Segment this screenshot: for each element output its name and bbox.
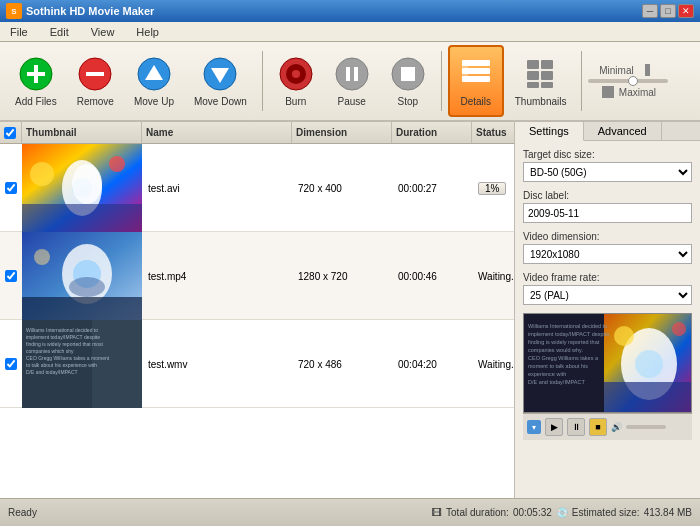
status-ready: Ready	[8, 507, 416, 518]
row-2-check[interactable]	[0, 270, 22, 282]
estimated-size-label: Estimated size:	[572, 507, 640, 518]
stop-button[interactable]: Stop	[381, 45, 435, 117]
video-framerate-select[interactable]: 25 (PAL)	[523, 285, 692, 305]
disc-label-group: Disc label:	[523, 190, 692, 223]
panel-content: Target disc size: BD-50 (50G) Disc label…	[515, 141, 700, 498]
svg-point-31	[72, 178, 92, 198]
disc-label-input[interactable]	[523, 203, 692, 223]
video-framerate-group: Video frame rate: 25 (PAL)	[523, 272, 692, 305]
add-files-icon	[18, 56, 54, 92]
app-title: Sothink HD Movie Maker	[26, 5, 154, 17]
minimal-label: Minimal	[599, 65, 633, 76]
svg-rect-28	[602, 86, 614, 98]
title-bar: S Sothink HD Movie Maker ─ □ ✕	[0, 0, 700, 22]
svg-text:Williams International decided: Williams International decided to	[528, 323, 607, 329]
move-down-icon	[202, 56, 238, 92]
table-row[interactable]: Williams International decided to implem…	[0, 320, 514, 408]
panel-tabs: Settings Advanced	[515, 122, 700, 141]
pause-button[interactable]: Pause	[325, 45, 379, 117]
zoom-slider[interactable]	[588, 79, 668, 83]
minimize-button[interactable]: ─	[642, 4, 658, 18]
details-button[interactable]: Details	[448, 45, 504, 117]
col-duration-header: Duration	[392, 122, 472, 143]
menu-edit[interactable]: Edit	[44, 25, 75, 39]
tab-advanced[interactable]: Advanced	[584, 122, 662, 140]
svg-text:companies which shy: companies which shy	[26, 348, 74, 354]
row-2-duration: 00:00:46	[392, 271, 472, 282]
table-row[interactable]: test.mp4 1280 x 720 00:00:46 Waiting...	[0, 232, 514, 320]
menu-file[interactable]: File	[4, 25, 34, 39]
remove-icon	[77, 56, 113, 92]
col-dimension-header: Dimension	[292, 122, 392, 143]
remove-button[interactable]: Remove	[68, 45, 123, 117]
app-icon: S	[6, 3, 22, 19]
burn-icon	[278, 56, 314, 92]
row-3-checkbox[interactable]	[5, 358, 17, 370]
zoom-group: Minimal Maximal	[588, 63, 668, 99]
thumbnails-icon	[523, 56, 559, 92]
col-name-header: Name	[142, 122, 292, 143]
status-bar: Ready 🎞 Total duration: 00:05:32 💿 Estim…	[0, 498, 700, 526]
row-1-duration: 00:00:27	[392, 183, 472, 194]
menu-view[interactable]: View	[85, 25, 121, 39]
total-duration-label: Total duration:	[446, 507, 509, 518]
row-1-progress: 1%	[478, 182, 506, 195]
row-3-dimension: 720 x 486	[292, 359, 392, 370]
col-status-header: Status	[472, 122, 515, 143]
row-2-status: Waiting...	[472, 271, 514, 282]
svg-point-12	[336, 58, 368, 90]
menu-help[interactable]: Help	[130, 25, 165, 39]
svg-rect-13	[346, 67, 350, 81]
preview-controls: ▾ ▶ ⏸ ■ 🔊	[523, 413, 692, 440]
minimal-icon	[644, 63, 658, 77]
move-up-label: Move Up	[134, 96, 174, 107]
preview-play-button[interactable]: ▶	[545, 418, 563, 436]
video-dimension-group: Video dimension: 1920x1080	[523, 231, 692, 264]
preview-stop-button[interactable]: ■	[589, 418, 607, 436]
target-disc-select[interactable]: BD-50 (50G)	[523, 162, 692, 182]
svg-text:finding is widely reported tha: finding is widely reported that	[528, 339, 600, 345]
svg-point-55	[614, 326, 634, 346]
svg-rect-21	[527, 60, 539, 69]
select-all-checkbox[interactable]	[4, 127, 16, 139]
maximal-icon	[601, 85, 615, 99]
thumbnails-button[interactable]: Thumbnails	[506, 45, 576, 117]
row-2-dimension: 1280 x 720	[292, 271, 392, 282]
move-up-button[interactable]: Move Up	[125, 45, 183, 117]
preview-pause-button[interactable]: ⏸	[567, 418, 585, 436]
row-3-status: Waiting...	[472, 359, 514, 370]
svg-rect-32	[22, 204, 142, 232]
tab-settings[interactable]: Settings	[515, 122, 584, 141]
svg-text:to talk about his experience w: to talk about his experience with	[26, 362, 97, 368]
move-up-icon	[136, 56, 172, 92]
video-dimension-label: Video dimension:	[523, 231, 692, 242]
row-1-check[interactable]	[0, 182, 22, 194]
toolbar-sep-2	[441, 51, 442, 111]
svg-rect-26	[541, 82, 553, 88]
table-row[interactable]: test.avi 720 x 400 00:00:27 1% Estimatin…	[0, 144, 514, 232]
burn-button[interactable]: Burn	[269, 45, 323, 117]
maximize-button[interactable]: □	[660, 4, 676, 18]
right-panel: Settings Advanced Target disc size: BD-5…	[515, 122, 700, 498]
toolbar: Add Files Remove Move Up Move Down	[0, 42, 700, 122]
svg-point-11	[292, 70, 300, 78]
svg-text:Williams International decided: Williams International decided to	[26, 327, 98, 333]
row-3-check[interactable]	[0, 358, 22, 370]
video-dimension-select[interactable]: 1920x1080	[523, 244, 692, 264]
svg-rect-14	[354, 67, 358, 81]
disc-icon: 💿	[556, 507, 568, 518]
row-1-checkbox[interactable]	[5, 182, 17, 194]
remove-label: Remove	[77, 96, 114, 107]
move-down-button[interactable]: Move Down	[185, 45, 256, 117]
volume-icon: 🔊	[611, 422, 622, 432]
row-3-thumbnail: Williams International decided to implem…	[22, 320, 142, 408]
svg-rect-24	[541, 71, 553, 80]
close-button[interactable]: ✕	[678, 4, 694, 18]
svg-rect-25	[527, 82, 539, 88]
add-files-button[interactable]: Add Files	[6, 45, 66, 117]
row-2-checkbox[interactable]	[5, 270, 17, 282]
pause-icon	[334, 56, 370, 92]
svg-rect-2	[27, 72, 45, 76]
total-duration-value: 00:05:32	[513, 507, 552, 518]
volume-slider[interactable]	[626, 425, 666, 429]
